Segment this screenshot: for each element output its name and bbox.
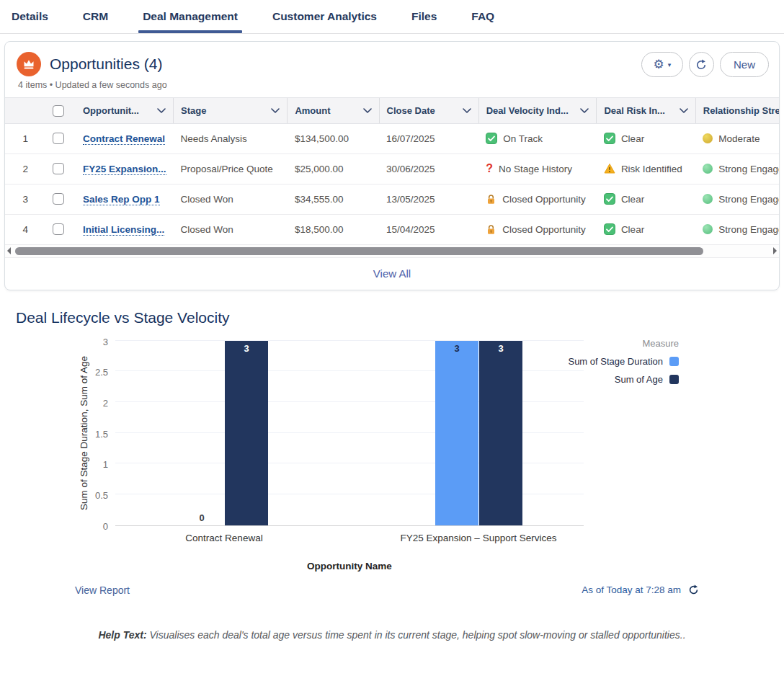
- amount-cell: $134,500.00: [288, 123, 379, 154]
- legend-swatch-icon: [669, 357, 679, 366]
- warning-icon: [604, 163, 615, 174]
- legend-item-sum-of-age[interactable]: Sum of Age: [568, 374, 679, 385]
- table-row: 4 Initial Licensing... Closed Won $18,50…: [5, 214, 779, 244]
- legend-item-stage-duration[interactable]: Sum of Stage Duration: [568, 356, 679, 367]
- row-checkbox[interactable]: [53, 193, 64, 205]
- chart-legend: Measure Sum of Stage Duration Sum of Age: [568, 338, 679, 392]
- moderate-dot-icon: [703, 133, 713, 143]
- chart-footer: View Report As of Today at 7:28 am: [75, 584, 699, 596]
- risk-status: Risk Identified: [621, 164, 682, 174]
- tab-details[interactable]: Details: [12, 0, 48, 33]
- check-icon: [604, 223, 615, 235]
- col-relationship[interactable]: Relationship Stre...: [695, 98, 779, 123]
- opportunities-table: Opportunit... Stage Amount Close Date De…: [5, 97, 779, 245]
- help-text-body: Visualises each deal's total age versus …: [147, 629, 686, 641]
- settings-button[interactable]: ⚙ ▾: [641, 52, 683, 77]
- select-all-checkbox[interactable]: [53, 105, 64, 117]
- chevron-down-icon[interactable]: [463, 108, 471, 113]
- horizontal-scrollbar[interactable]: [5, 245, 779, 257]
- opportunities-card: Opportunities (4) ⚙ ▾ New 4 items • Upda…: [4, 41, 780, 290]
- tab-faq[interactable]: FAQ: [471, 0, 494, 33]
- chevron-down-icon[interactable]: [157, 108, 166, 113]
- velocity-status: No Stage History: [499, 164, 572, 174]
- view-report-link[interactable]: View Report: [75, 584, 130, 596]
- row-checkbox[interactable]: [53, 163, 64, 174]
- velocity-status: Closed Opportunity: [502, 194, 586, 205]
- opportunity-link[interactable]: Contract Renewal: [83, 133, 165, 145]
- col-stage[interactable]: Stage: [174, 98, 288, 123]
- scrollbar-thumb[interactable]: [15, 247, 703, 255]
- stage-cell: Proposal/Price Quote: [174, 154, 288, 184]
- row-checkbox[interactable]: [53, 133, 64, 144]
- help-text-prefix: Help Text:: [98, 629, 146, 641]
- x-axis-label: Opportunity Name: [115, 561, 584, 572]
- tab-files[interactable]: Files: [411, 0, 437, 33]
- chevron-down-icon[interactable]: [680, 108, 688, 113]
- stage-cell: Needs Analysis: [174, 123, 288, 154]
- view-all-link[interactable]: View All: [373, 267, 411, 280]
- card-title: Opportunities (4): [50, 55, 162, 73]
- close-date-cell: 16/07/2025: [379, 123, 478, 154]
- opportunity-link[interactable]: Initial Licensing...: [83, 224, 164, 236]
- bar-chart: 3 2.5 2 1.5 1 0.5 0 Sum of Stage Duratio…: [6, 335, 778, 576]
- refresh-button[interactable]: [689, 52, 714, 77]
- row-number: 3: [5, 184, 45, 214]
- new-button[interactable]: New: [720, 52, 769, 77]
- col-opportunity-label: Opportunit...: [83, 105, 139, 116]
- bar-sum-of-age-contract-renewal[interactable]: 3: [225, 341, 268, 525]
- row-number: 2: [5, 154, 45, 184]
- relationship-status: Strong Engage: [718, 194, 779, 205]
- opportunity-link[interactable]: FY25 Expansion...: [83, 164, 166, 175]
- col-close-date[interactable]: Close Date: [379, 98, 478, 123]
- stage-cell: Closed Won: [174, 214, 288, 244]
- relationship-status: Strong Engage: [718, 164, 779, 174]
- scroll-left-arrow[interactable]: [7, 247, 11, 254]
- bar-value-label: 3: [225, 343, 268, 354]
- col-relationship-label: Relationship Stre...: [703, 105, 779, 116]
- y-axis-label: Sum of Stage Duration, Sum of Age: [79, 356, 89, 510]
- help-text: Help Text: Visualises each deal's total …: [0, 629, 784, 641]
- tab-crm[interactable]: CRM: [83, 0, 108, 33]
- scroll-right-arrow[interactable]: [773, 247, 777, 254]
- chart-section: Deal Lifecycle vs Stage Velocity 3 2.5 2…: [0, 309, 784, 596]
- chevron-down-icon[interactable]: [363, 108, 372, 113]
- stage-cell: Closed Won: [174, 184, 288, 214]
- refresh-icon[interactable]: [688, 584, 699, 595]
- y-tick-label: 3: [75, 337, 108, 347]
- bar-sum-of-stage-duration-fy25[interactable]: 3: [435, 341, 478, 525]
- refresh-icon: [695, 59, 707, 71]
- col-close-date-label: Close Date: [387, 105, 435, 116]
- check-icon: [604, 133, 615, 144]
- bar-sum-of-age-fy25[interactable]: 3: [479, 341, 522, 525]
- opportunity-link[interactable]: Sales Rep Opp 1: [83, 194, 160, 205]
- close-date-cell: 30/06/2025: [379, 154, 478, 184]
- tab-deal-management[interactable]: Deal Management: [143, 0, 238, 33]
- lock-icon: [486, 224, 496, 235]
- row-number: 1: [5, 123, 45, 154]
- close-date-cell: 15/04/2025: [379, 214, 478, 244]
- card-footer: View All: [5, 257, 779, 290]
- col-deal-velocity[interactable]: Deal Velocity Ind...: [478, 98, 597, 123]
- tab-customer-analytics[interactable]: Customer Analytics: [272, 0, 377, 33]
- x-category-label: Contract Renewal: [130, 533, 318, 543]
- check-icon: [486, 133, 497, 144]
- col-deal-risk[interactable]: Deal Risk In...: [597, 98, 695, 123]
- chevron-down-icon[interactable]: [580, 108, 589, 113]
- table-row: 1 Contract Renewal Needs Analysis $134,5…: [5, 123, 779, 154]
- scrollbar-track[interactable]: [14, 247, 770, 255]
- col-amount[interactable]: Amount: [288, 98, 379, 123]
- chart-plot-area: 3 2.5 2 1.5 1 0.5 0 Sum of Stage Duratio…: [115, 341, 584, 526]
- col-opportunity[interactable]: Opportunit...: [76, 98, 174, 123]
- chevron-down-icon[interactable]: [271, 108, 280, 113]
- strong-dot-icon: [703, 224, 713, 234]
- table-row: 2 FY25 Expansion... Proposal/Price Quote…: [5, 154, 779, 184]
- chart-title: Deal Lifecycle vs Stage Velocity: [16, 309, 778, 326]
- row-checkbox[interactable]: [53, 223, 64, 235]
- bar-value-label: 3: [479, 343, 522, 354]
- opportunity-crown-icon: [17, 52, 41, 76]
- y-tick-label: 0: [75, 521, 108, 532]
- risk-status: Clear: [621, 194, 644, 205]
- risk-status: Clear: [621, 224, 644, 235]
- legend-swatch-icon: [669, 375, 679, 384]
- risk-status: Clear: [621, 133, 644, 144]
